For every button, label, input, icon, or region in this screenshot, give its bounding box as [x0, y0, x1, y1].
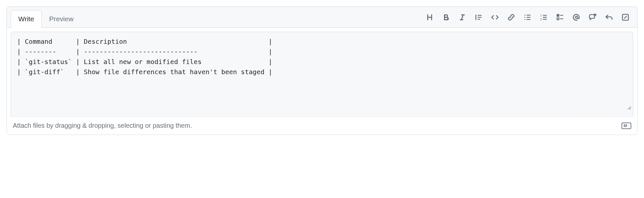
italic-icon[interactable] [458, 13, 467, 22]
mention-icon[interactable] [572, 13, 581, 22]
svg-point-5 [524, 17, 525, 18]
attach-hint-text: Attach files by dragging & dropping, sel… [13, 122, 192, 129]
reply-icon[interactable] [605, 13, 614, 22]
tab-bar: Write Preview [7, 7, 637, 27]
cross-reference-icon[interactable] [588, 13, 597, 22]
unordered-list-icon[interactable] [523, 13, 532, 22]
heading-icon[interactable] [425, 13, 434, 22]
link-icon[interactable] [507, 13, 516, 22]
svg-line-22 [624, 16, 627, 19]
svg-text:1: 1 [540, 14, 542, 17]
toolbar: 12 [425, 13, 633, 22]
tasklist-icon[interactable] [556, 13, 565, 22]
code-icon[interactable] [490, 13, 499, 22]
tab-write[interactable]: Write [11, 10, 42, 28]
comment-textarea[interactable] [11, 32, 633, 117]
editor-body: Attach files by dragging & dropping, sel… [7, 27, 637, 135]
tabs: Write Preview [11, 7, 81, 27]
attach-bar[interactable]: Attach files by dragging & dropping, sel… [11, 118, 633, 131]
fullscreen-icon[interactable] [621, 13, 630, 22]
comment-editor: Write Preview [7, 7, 637, 135]
tab-preview[interactable]: Preview [42, 10, 81, 27]
svg-text:2: 2 [540, 18, 542, 21]
svg-rect-17 [557, 18, 559, 20]
bold-icon[interactable] [441, 13, 451, 22]
svg-point-4 [524, 14, 525, 15]
ordered-list-icon[interactable]: 12 [539, 13, 548, 22]
quote-icon[interactable] [474, 13, 483, 22]
svg-point-6 [524, 19, 525, 20]
markdown-supported-icon[interactable]: M↓ [621, 123, 631, 129]
